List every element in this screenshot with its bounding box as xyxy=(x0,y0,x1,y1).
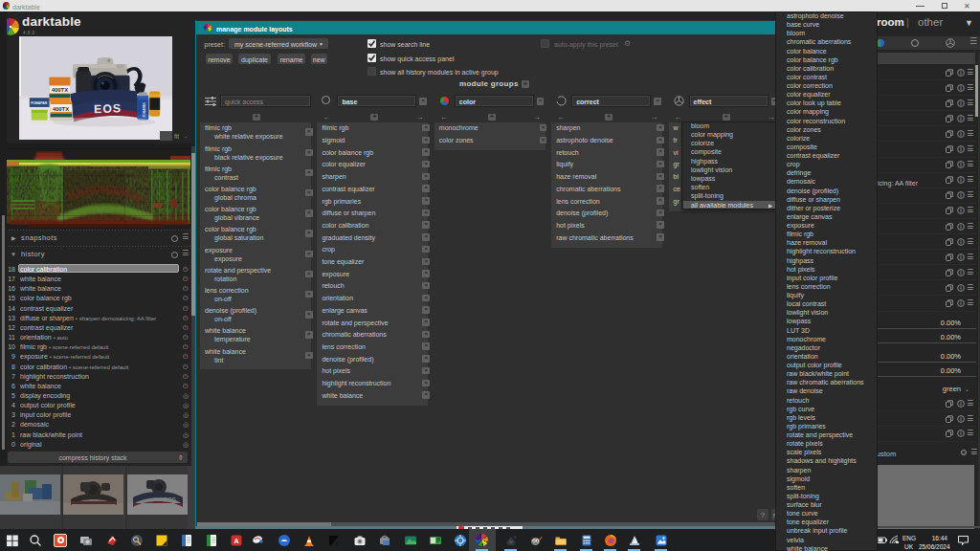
svg-text:FOMAPAN: FOMAPAN xyxy=(143,101,146,117)
svg-text:EOS: EOS xyxy=(94,101,122,116)
svg-text:400TX: 400TX xyxy=(52,87,69,93)
svg-text:400TX: 400TX xyxy=(53,106,70,112)
svg-text:FOMAPAN: FOMAPAN xyxy=(31,101,48,105)
svg-text:A: A xyxy=(234,538,238,544)
